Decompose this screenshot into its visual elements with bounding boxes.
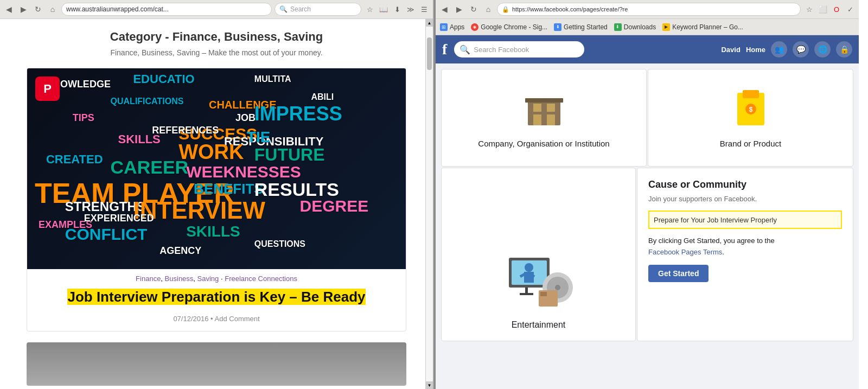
fb-home-btn[interactable]: Home: [746, 46, 765, 54]
fb-bottom-row: Entertainment Cause or Community Join yo…: [441, 168, 853, 341]
word-cloud-word: AGENCY: [159, 245, 201, 257]
word-cloud-word: TIE: [247, 129, 271, 146]
add-comment-link[interactable]: Add Comment: [215, 315, 260, 323]
page-subtitle: Finance, Business, Saving – Make the mos…: [27, 48, 406, 57]
address-text: www.australiaunwrapped.com/cat...: [66, 5, 169, 13]
chrome-favicon: ◉: [471, 23, 478, 31]
tag-freelance[interactable]: Freelance Connections: [225, 275, 297, 283]
cause-section: Cause or Community Join your supporters …: [637, 168, 853, 341]
word-cloud-word: EXPERIENCED: [84, 213, 154, 224]
svg-rect-17: [520, 293, 533, 295]
add-comment-text: Add Comment: [215, 315, 260, 323]
keyword-favicon: ▶: [662, 23, 670, 31]
fb-user-name[interactable]: David: [721, 46, 740, 54]
keyword-label: Keyword Planner – Go...: [672, 23, 743, 31]
toolbar-icons: ☆ 📖 ⬇ ≫ ☰: [364, 3, 430, 15]
svg-rect-4: [547, 114, 555, 125]
article-title[interactable]: Job Interview Preparation is Key – Be Re…: [67, 289, 365, 305]
page-title: Category - Finance, Business, Saving: [27, 30, 406, 44]
more-icon[interactable]: ≫: [405, 3, 417, 15]
forward-button[interactable]: ▶: [17, 3, 29, 15]
article-image: P KNOWLEDGEEDUCATIOMULTITATIPSCHALLENGEA…: [27, 68, 406, 269]
left-scrollbar: ▲ ▼: [425, 19, 433, 389]
downloads-label: Downloads: [624, 23, 656, 31]
svg-rect-1: [533, 104, 541, 112]
right-toolbar-icons: ☆ ⬜ O ✓: [803, 3, 856, 15]
right-address-bar[interactable]: 🔒 https://www.facebook.com/pages/create/…: [497, 3, 801, 16]
bookmark-chrome[interactable]: ◉ Google Chrome - Sig...: [471, 23, 547, 31]
scroll-track: [426, 27, 433, 381]
facebook-pages-terms-link[interactable]: Facebook Pages Terms: [648, 248, 722, 256]
right-home-button[interactable]: ⌂: [482, 3, 494, 15]
star-icon[interactable]: ☆: [364, 3, 376, 15]
word-cloud-word: WORK: [178, 141, 244, 164]
fb-search-icon: 🔍: [459, 44, 470, 55]
refresh-button[interactable]: ↻: [32, 3, 44, 15]
word-cloud-word: SKILLS: [186, 223, 240, 240]
address-bar[interactable]: www.australiaunwrapped.com/cat...: [61, 3, 272, 16]
pocket-icon[interactable]: ⬇: [391, 3, 403, 15]
right-extensions-icon[interactable]: ⬜: [817, 3, 829, 15]
right-opera-icon[interactable]: O: [831, 3, 843, 15]
brand-card[interactable]: $ Brand or Product: [648, 69, 853, 167]
window-divider: [434, 0, 436, 389]
entertainment-card[interactable]: Entertainment: [441, 168, 636, 341]
word-cloud-word: JOB: [235, 112, 256, 124]
bookmark-apps[interactable]: ⊞ Apps: [440, 23, 464, 31]
scroll-down-btn[interactable]: ▼: [426, 381, 433, 389]
bookmark-downloads[interactable]: ⬇ Downloads: [614, 23, 656, 31]
bookmark-getting-started[interactable]: ⬇ Getting Started: [554, 23, 608, 31]
word-cloud-word: ABILI: [311, 92, 334, 102]
fb-messages-icon[interactable]: 💬: [793, 41, 809, 58]
pinterest-badge: P: [35, 76, 60, 101]
bookmark-keyword[interactable]: ▶ Keyword Planner – Go...: [662, 23, 743, 31]
company-icon: [522, 87, 566, 131]
back-button[interactable]: ◀: [3, 3, 15, 15]
fb-search-box[interactable]: 🔍 Search Facebook: [454, 41, 584, 58]
terms-link-text: Facebook Pages Terms: [648, 248, 722, 256]
word-cloud-word: BENEFITS: [194, 181, 264, 197]
tag-business[interactable]: Business: [165, 275, 194, 283]
home-button[interactable]: ⌂: [47, 3, 59, 15]
left-toolbar: ◀ ▶ ↻ ⌂ www.australiaunwrapped.com/cat..…: [0, 0, 433, 19]
tag-finance[interactable]: Finance: [136, 275, 161, 283]
left-content: Category - Finance, Business, Saving Fin…: [0, 19, 433, 389]
second-article-thumbnail: [27, 342, 406, 386]
svg-rect-5: [525, 98, 563, 103]
right-check-icon[interactable]: ✓: [844, 3, 856, 15]
cause-input[interactable]: [648, 211, 842, 229]
search-placeholder: Search: [290, 5, 311, 13]
article-meta: 07/12/2016 • Add Comment: [27, 312, 406, 331]
svg-rect-2: [547, 104, 555, 112]
right-refresh-button[interactable]: ↻: [468, 3, 480, 15]
right-toolbar: ◀ ▶ ↻ ⌂ 🔒 https://www.facebook.com/pages…: [436, 0, 859, 19]
word-cloud-word: DEGREE: [300, 197, 369, 215]
menu-icon[interactable]: ☰: [418, 3, 430, 15]
word-cloud-word: EDUCATIO: [133, 72, 194, 86]
right-back-button[interactable]: ◀: [438, 3, 450, 15]
fb-friends-icon[interactable]: 👥: [771, 41, 787, 58]
scroll-up-btn[interactable]: ▲: [426, 19, 433, 27]
word-cloud-word: TIPS: [73, 112, 94, 124]
apps-label: Apps: [450, 23, 464, 31]
get-started-label: Get Started: [658, 269, 699, 278]
company-card[interactable]: Company, Organisation or Institution: [441, 69, 647, 167]
get-started-button[interactable]: Get Started: [648, 265, 709, 282]
cause-title: Cause or Community: [648, 179, 842, 190]
terms-text: By clicking Get Started, you agree to th…: [648, 237, 775, 245]
scroll-thumb[interactable]: [427, 37, 432, 70]
svg-rect-7: [743, 90, 759, 98]
fb-navbar: f 🔍 Search Facebook David Home 👥 💬 🌐 🔒: [436, 35, 859, 63]
fb-lock-icon[interactable]: 🔒: [836, 41, 852, 58]
right-forward-button[interactable]: ▶: [453, 3, 465, 15]
svg-point-20: [555, 285, 560, 290]
right-browser: ◀ ▶ ↻ ⌂ 🔒 https://www.facebook.com/pages…: [436, 0, 859, 389]
pinterest-label: P: [43, 82, 52, 96]
right-star-icon[interactable]: ☆: [803, 3, 815, 15]
bookmark-icon[interactable]: 📖: [378, 3, 390, 15]
svg-rect-13: [524, 272, 534, 283]
tag-saving[interactable]: Saving: [197, 275, 219, 283]
search-input[interactable]: 🔍 Search: [275, 3, 361, 16]
article-title-wrapper: Job Interview Preparation is Key – Be Re…: [27, 285, 406, 312]
fb-globe-icon[interactable]: 🌐: [814, 41, 831, 58]
